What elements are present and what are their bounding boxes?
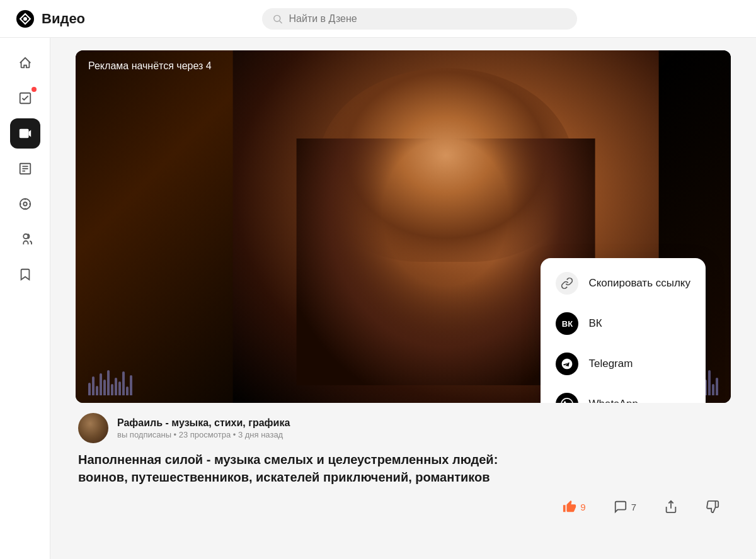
author-info: Рафаиль - музыка, стихи, графика вы подп… <box>117 417 290 439</box>
articles-icon <box>18 162 32 176</box>
copy-link-label: Скопировать ссылку <box>588 277 690 290</box>
sidebar-item-tasks[interactable] <box>10 83 40 113</box>
sidebar-item-home[interactable] <box>10 48 40 78</box>
author-name[interactable]: Рафаиль - музыка, стихи, графика <box>117 417 290 429</box>
svg-rect-5 <box>19 129 28 138</box>
like-button[interactable]: 9 <box>554 495 594 519</box>
eq-bars-left <box>88 370 132 395</box>
comment-icon <box>614 500 627 514</box>
whatsapp-icon <box>556 393 578 403</box>
sidebar-item-articles[interactable] <box>10 154 40 184</box>
podcasts-icon <box>18 197 32 211</box>
author-row: Рафаиль - музыка, стихи, графика вы подп… <box>76 413 731 443</box>
share-vk[interactable]: ВК ВК <box>541 303 706 344</box>
tasks-icon <box>18 91 32 105</box>
logo-text: Видео <box>42 11 85 27</box>
like-count: 9 <box>580 502 585 512</box>
subscriptions-icon <box>18 232 32 246</box>
author-meta: вы подписаны • 23 просмотра • 3 дня наза… <box>117 430 290 439</box>
author-avatar[interactable] <box>78 413 108 443</box>
vk-label: ВК <box>588 317 602 330</box>
copy-link-icon <box>556 272 578 295</box>
video-title: Наполненная силой - музыка смелых и целе… <box>76 451 517 486</box>
svg-point-1 <box>23 17 27 21</box>
share-dropdown: Скопировать ссылку ВК ВК Telegram <box>541 258 706 403</box>
home-icon <box>18 56 32 70</box>
svg-point-10 <box>20 199 30 210</box>
search-icon <box>272 13 283 25</box>
share-icon <box>664 500 678 514</box>
search-bar[interactable] <box>262 8 577 30</box>
thumb-down-icon <box>706 500 719 514</box>
author-avatar-image <box>78 413 108 443</box>
logo[interactable]: Видео <box>15 9 85 29</box>
logo-icon <box>15 9 35 29</box>
share-telegram[interactable]: Telegram <box>541 344 706 384</box>
dislike-button[interactable] <box>697 495 728 519</box>
comment-count: 7 <box>631 502 636 512</box>
telegram-label: Telegram <box>588 358 633 370</box>
bookmarks-icon <box>18 268 32 281</box>
sidebar-item-bookmarks[interactable] <box>10 259 40 290</box>
header: Видео <box>0 0 756 38</box>
sidebar-item-subscriptions[interactable] <box>10 224 40 254</box>
share-whatsapp[interactable]: WhatsApp <box>541 384 706 403</box>
video-container: Реклама начнётся через 4 <box>63 50 743 519</box>
action-bar: 9 7 <box>76 495 731 519</box>
video-player[interactable]: Реклама начнётся через 4 <box>76 50 731 403</box>
telegram-icon <box>556 353 578 375</box>
sidebar-item-video[interactable] <box>10 118 40 149</box>
svg-point-12 <box>23 234 28 239</box>
main-layout: Реклама начнётся через 4 <box>0 38 756 559</box>
sidebar-item-podcasts[interactable] <box>10 189 40 219</box>
share-button[interactable] <box>655 495 687 519</box>
vk-icon: ВК <box>556 312 578 335</box>
svg-line-3 <box>279 21 282 23</box>
thumb-up-icon <box>563 500 576 514</box>
sidebar <box>0 38 50 559</box>
search-input[interactable] <box>289 13 567 25</box>
svg-point-11 <box>23 202 27 206</box>
notification-dot <box>32 87 37 92</box>
comment-button[interactable]: 7 <box>605 495 645 519</box>
svg-point-2 <box>273 15 280 21</box>
content: Реклама начнётся через 4 <box>50 38 756 559</box>
ad-countdown-label: Реклама начнётся через 4 <box>88 60 212 72</box>
whatsapp-label: WhatsApp <box>588 398 638 403</box>
share-copy-link[interactable]: Скопировать ссылку <box>541 263 706 303</box>
video-icon <box>18 127 32 140</box>
